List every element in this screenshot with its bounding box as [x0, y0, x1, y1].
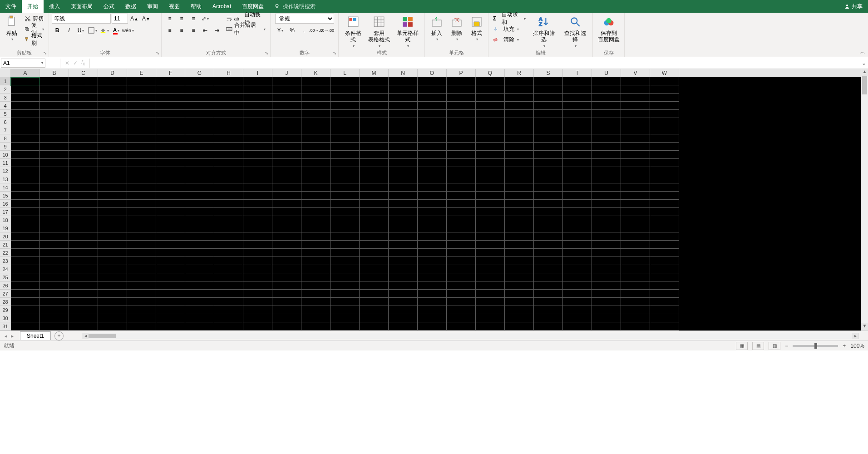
cell[interactable]	[650, 126, 679, 134]
cell[interactable]	[272, 175, 301, 183]
cell[interactable]	[389, 85, 418, 94]
column-header[interactable]: J	[272, 69, 301, 77]
cell[interactable]	[330, 273, 360, 281]
cell[interactable]	[127, 151, 156, 159]
cell[interactable]	[360, 134, 389, 143]
tab-文件[interactable]: 文件	[0, 0, 22, 13]
font-dialog-launcher[interactable]: ⤡	[155, 50, 160, 56]
cell[interactable]	[418, 290, 447, 298]
cell[interactable]	[592, 216, 621, 224]
cell[interactable]	[418, 322, 447, 331]
cell[interactable]	[40, 290, 69, 298]
cell[interactable]	[185, 322, 214, 331]
cell[interactable]	[476, 183, 505, 192]
cell[interactable]	[214, 183, 243, 192]
cell[interactable]	[214, 110, 243, 118]
cell[interactable]	[98, 249, 127, 257]
cell[interactable]	[621, 192, 650, 200]
cell[interactable]	[360, 94, 389, 102]
cell[interactable]	[98, 159, 127, 167]
cell[interactable]	[11, 94, 40, 102]
row-header[interactable]: 4	[0, 102, 10, 110]
cell[interactable]	[98, 110, 127, 118]
cell[interactable]	[11, 183, 40, 192]
cell[interactable]	[389, 167, 418, 175]
cell[interactable]	[243, 134, 272, 143]
cell[interactable]	[185, 232, 214, 241]
cell[interactable]	[69, 314, 98, 322]
cell[interactable]	[69, 167, 98, 175]
cell[interactable]	[418, 126, 447, 134]
cell[interactable]	[98, 257, 127, 265]
cell[interactable]	[40, 265, 69, 273]
row-header[interactable]: 6	[0, 118, 10, 126]
cell[interactable]	[563, 102, 592, 110]
cell[interactable]	[563, 134, 592, 143]
cell[interactable]	[330, 200, 360, 208]
cell[interactable]	[301, 273, 330, 281]
cell[interactable]	[330, 249, 360, 257]
cell[interactable]	[185, 200, 214, 208]
cell[interactable]	[40, 151, 69, 159]
cell[interactable]	[40, 208, 69, 216]
cell[interactable]	[563, 159, 592, 167]
cell[interactable]	[156, 241, 185, 249]
column-header[interactable]: T	[563, 69, 592, 77]
cell[interactable]	[563, 273, 592, 281]
cell[interactable]	[447, 110, 476, 118]
cell[interactable]	[127, 241, 156, 249]
cell[interactable]	[69, 126, 98, 134]
formula-input[interactable]	[90, 59, 860, 68]
cell[interactable]	[592, 208, 621, 216]
cell[interactable]	[214, 151, 243, 159]
cell[interactable]	[563, 143, 592, 151]
cell[interactable]	[156, 167, 185, 175]
cell[interactable]	[505, 110, 534, 118]
cell[interactable]	[389, 241, 418, 249]
cell[interactable]	[389, 183, 418, 192]
cell[interactable]	[127, 322, 156, 331]
cell[interactable]	[476, 306, 505, 314]
cell[interactable]	[127, 126, 156, 134]
cell[interactable]	[69, 151, 98, 159]
cell[interactable]	[505, 265, 534, 273]
column-header[interactable]: N	[389, 69, 418, 77]
font-family-input[interactable]	[52, 14, 111, 24]
cell[interactable]	[476, 159, 505, 167]
add-sheet-button[interactable]: +	[54, 331, 64, 340]
cell[interactable]	[272, 134, 301, 143]
cell[interactable]	[156, 257, 185, 265]
cell[interactable]	[214, 298, 243, 306]
cell[interactable]	[156, 118, 185, 126]
cell[interactable]	[127, 232, 156, 241]
cell[interactable]	[650, 85, 679, 94]
cell[interactable]	[418, 273, 447, 281]
cell[interactable]	[214, 175, 243, 183]
cell[interactable]	[621, 77, 650, 85]
cell[interactable]	[185, 183, 214, 192]
vscroll-thumb[interactable]	[862, 76, 867, 94]
cell[interactable]	[98, 290, 127, 298]
cell[interactable]	[243, 175, 272, 183]
cell[interactable]	[360, 192, 389, 200]
cell[interactable]	[360, 265, 389, 273]
cell[interactable]	[534, 257, 563, 265]
cell[interactable]	[185, 306, 214, 314]
cell[interactable]	[98, 200, 127, 208]
cell[interactable]	[185, 192, 214, 200]
cell[interactable]	[534, 167, 563, 175]
cell[interactable]	[214, 208, 243, 216]
tab-开始[interactable]: 开始	[22, 0, 44, 13]
cell[interactable]	[156, 192, 185, 200]
cell[interactable]	[476, 77, 505, 85]
cell[interactable]	[592, 257, 621, 265]
cell[interactable]	[11, 273, 40, 281]
cell[interactable]	[505, 126, 534, 134]
cell[interactable]	[272, 273, 301, 281]
cell[interactable]	[360, 77, 389, 85]
cell[interactable]	[272, 167, 301, 175]
cell[interactable]	[650, 314, 679, 322]
cell[interactable]	[243, 94, 272, 102]
cell[interactable]	[389, 134, 418, 143]
cell[interactable]	[127, 314, 156, 322]
